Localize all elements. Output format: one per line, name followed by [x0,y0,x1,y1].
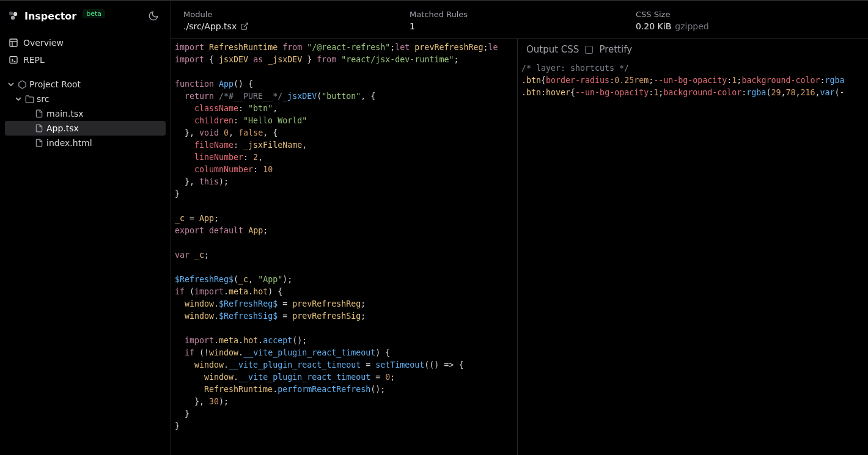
folder-icon [24,94,34,104]
file-icon [34,109,44,118]
nav: Overview REPL [0,32,171,75]
theme-toggle-button[interactable] [145,7,162,24]
app-title: Inspector [24,10,76,22]
tree-file-main-label: main.tsx [46,109,84,118]
beta-badge: beta [83,9,105,18]
info-size-kib: 0.20 KiB [636,21,671,31]
tree-file-main[interactable]: main.tsx [5,106,166,121]
tree-file-index[interactable]: index.html [5,136,166,150]
tree-file-app-label: App.tsx [46,123,79,133]
file-icon [34,138,44,148]
svg-point-2 [11,16,15,20]
info-size: CSS Size 0.20 KiB gzipped [636,10,709,31]
external-link-icon [240,22,249,31]
caret-down-icon [15,95,22,103]
info-module: Module ./src/App.tsx [183,10,385,31]
info-rules: Matched Rules 1 [410,10,611,31]
moon-icon [148,10,159,21]
spacer [24,125,32,132]
spacer [24,110,32,117]
svg-point-1 [13,12,17,16]
info-rules-label: Matched Rules [410,10,611,19]
nav-repl-label: REPL [23,55,45,65]
file-tree: Project Root src main.tsx [0,75,171,153]
package-icon [17,79,27,89]
panes: import RefreshRuntime from "/@react-refr… [171,39,868,455]
prettify-checkbox[interactable] [585,46,593,54]
svg-rect-6 [10,57,17,64]
info-size-suffix: gzipped [675,21,708,31]
info-module-path: ./src/App.tsx [183,21,237,31]
spacer [24,139,32,147]
tree-src-label: src [37,94,49,104]
info-size-value: 0.20 KiB gzipped [636,21,709,31]
logo-icon [7,10,20,22]
tree-file-app[interactable]: App.tsx [5,121,166,136]
prettify-label[interactable]: Prettify [599,44,632,55]
sidebar-header: Inspector beta [0,1,171,32]
svg-point-0 [9,12,13,15]
svg-line-8 [244,23,248,27]
brand: Inspector beta [7,10,105,22]
module-source-code: import RefreshRuntime from "/@react-refr… [171,39,517,437]
output-css-code[interactable]: /* layer: shortcuts */ .btn{border-radiu… [518,60,868,104]
file-icon [34,123,44,133]
tree-root-label: Project Root [29,79,81,89]
nav-repl[interactable]: REPL [5,51,166,68]
nav-overview[interactable]: Overview [5,34,166,51]
tree-file-index-label: index.html [46,138,92,148]
info-bar: Module ./src/App.tsx Matched Rules 1 CSS… [171,1,868,39]
info-size-label: CSS Size [636,10,709,19]
output-css-header: Output CSS Prettify [518,39,868,60]
terminal-icon [9,55,18,65]
info-rules-value: 1 [410,21,611,31]
layout-icon [9,38,18,48]
info-module-value[interactable]: ./src/App.tsx [183,21,385,31]
tree-root[interactable]: Project Root [5,77,166,92]
app-root: Inspector beta Overview REPL [0,0,868,455]
tree-folder-src[interactable]: src [5,92,166,106]
nav-overview-label: Overview [23,38,64,48]
output-css-pane: Output CSS Prettify /* layer: shortcuts … [518,39,868,455]
output-css-title: Output CSS [526,44,579,55]
caret-down-icon [7,81,15,88]
svg-rect-3 [10,39,17,46]
module-source-pane[interactable]: import RefreshRuntime from "/@react-refr… [171,39,518,455]
info-module-label: Module [183,10,385,19]
sidebar: Inspector beta Overview REPL [0,1,171,455]
main: Module ./src/App.tsx Matched Rules 1 CSS… [171,1,868,455]
